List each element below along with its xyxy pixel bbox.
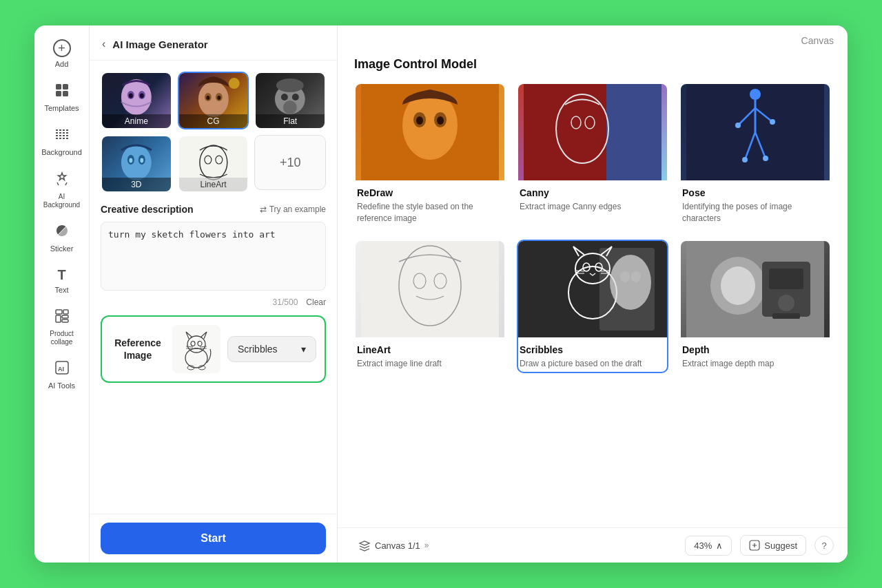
svg-point-21 [228, 78, 239, 89]
style-card-cg[interactable]: CG [178, 72, 249, 129]
sidebar-item-add[interactable]: + Add [39, 34, 85, 74]
right-top-bar: Canvas [338, 25, 848, 46]
redraw-name: ReDraw [357, 187, 503, 198]
model-card-scribbles[interactable]: Scribbles Draw a picture based on the dr… [517, 240, 668, 374]
clear-button[interactable]: Clear [306, 297, 326, 307]
layers-button[interactable]: Canvas 1/1 » [351, 535, 435, 556]
char-count: 31/500 [273, 297, 298, 307]
reference-image-label: Reference Image [114, 337, 161, 361]
svg-point-27 [121, 145, 152, 180]
svg-point-76 [631, 271, 641, 282]
svg-rect-8 [62, 319, 68, 322]
svg-text:AI: AI [58, 366, 64, 372]
sidebar-item-background[interactable]: Background [39, 121, 85, 162]
svg-point-31 [140, 158, 143, 163]
svg-point-33 [205, 156, 212, 164]
svg-point-63 [763, 156, 768, 161]
svg-point-55 [750, 89, 761, 100]
suggest-label: Suggest [764, 540, 797, 551]
svg-point-47 [437, 116, 444, 125]
suggest-button[interactable]: Suggest [740, 535, 806, 556]
svg-point-75 [620, 271, 630, 282]
start-button[interactable]: Start [101, 523, 326, 554]
product-collage-icon [54, 308, 70, 327]
style-card-3d[interactable]: 3D [101, 135, 172, 193]
style-card-more[interactable]: +10 [254, 135, 326, 190]
try-example-button[interactable]: ⇄ Try an example [260, 204, 326, 214]
panel-body: Anime CG Flat [90, 61, 337, 514]
try-example-label: Try an example [269, 204, 326, 214]
reference-row: Reference Image [110, 325, 316, 373]
model-grid: ReDraw Redefine the style based on the r… [354, 83, 831, 373]
style-card-anime-label: Anime [102, 114, 171, 128]
reference-label-block: Reference Image [110, 337, 165, 361]
templates-icon [54, 83, 70, 101]
panel-header: ‹ AI Image Generator [90, 25, 337, 61]
scribbles-info: Scribbles Draw a picture based on the dr… [518, 337, 667, 372]
svg-point-62 [742, 157, 748, 162]
style-card-flat-label: Flat [256, 114, 325, 128]
style-card-lineart[interactable]: LineArt [178, 135, 249, 193]
style-card-cg-label: CG [179, 114, 248, 128]
layers-icon [358, 539, 371, 552]
zoom-control[interactable]: 43% ∧ [685, 536, 732, 556]
svg-point-60 [735, 123, 741, 128]
svg-point-34 [215, 156, 222, 164]
svg-point-15 [140, 94, 144, 98]
svg-rect-2 [56, 91, 61, 96]
canvas-info-label: Canvas 1/1 [375, 540, 420, 551]
sidebar-item-ai-background[interactable]: AI Background [39, 166, 85, 215]
sidebar-item-ai-tools[interactable]: AI AI Tools [39, 355, 85, 396]
style-card-anime[interactable]: Anime [101, 72, 172, 129]
svg-rect-83 [772, 313, 800, 319]
scribbles-name: Scribbles [520, 344, 666, 355]
sidebar-item-product-collage-label: Product collage [43, 330, 81, 346]
zoom-label: 43% [694, 540, 712, 551]
model-card-depth[interactable]: Depth Extract image depth map [679, 240, 831, 374]
sidebar-item-sticker[interactable]: Sticker [39, 218, 85, 259]
model-card-canny[interactable]: Canny Extract image Canny edges [517, 83, 668, 229]
right-panel: Canvas Image Control Model ReDraw Redefi… [338, 25, 848, 563]
sidebar-item-add-label: Add [55, 60, 69, 69]
model-title: Image Control Model [354, 57, 831, 72]
middle-panel: ‹ AI Image Generator Anime CG [90, 25, 338, 563]
text-icon: T [57, 267, 65, 283]
lineart-image [356, 241, 504, 337]
sidebar-item-product-collage[interactable]: Product collage [39, 303, 85, 352]
sidebar-item-templates[interactable]: Templates [39, 77, 85, 118]
svg-rect-4 [56, 310, 62, 314]
canny-name: Canny [520, 187, 666, 198]
depth-info: Depth Extract image depth map [681, 337, 830, 372]
svg-point-16 [198, 81, 229, 117]
svg-rect-49 [606, 84, 662, 180]
svg-point-23 [281, 94, 288, 101]
lineart-info: LineArt Extract image line draft [356, 337, 504, 372]
svg-rect-81 [769, 269, 803, 289]
chevron-right-icon: » [424, 540, 429, 550]
textarea-footer: 31/500 Clear [101, 297, 326, 307]
creative-description-header: Creative description ⇄ Try an example [101, 204, 326, 215]
add-icon: + [53, 39, 71, 57]
chevron-up-icon: ∧ [716, 540, 723, 551]
style-card-lineart-label: LineArt [179, 178, 248, 191]
ai-tools-icon: AI [54, 360, 70, 379]
model-card-pose[interactable]: Pose Identifying the poses of image char… [679, 83, 831, 229]
model-card-lineart[interactable]: LineArt Extract image line draft [354, 240, 506, 374]
svg-point-30 [129, 158, 132, 163]
lineart-name: LineArt [357, 344, 503, 355]
scribbles-dropdown[interactable]: Scribbles ▾ [227, 336, 316, 362]
sidebar-item-text[interactable]: T Text [39, 262, 85, 300]
svg-point-19 [206, 96, 209, 100]
pose-image [681, 84, 830, 180]
sidebar-item-background-label: Background [41, 148, 82, 157]
model-card-redraw[interactable]: ReDraw Redefine the style based on the r… [354, 83, 506, 229]
help-button[interactable]: ? [814, 536, 834, 555]
model-panel: Image Control Model ReDraw Redefine the … [338, 46, 848, 527]
reference-image-box[interactable] [172, 325, 220, 373]
depth-desc: Extract image depth map [682, 358, 828, 370]
creative-description-textarea[interactable]: turn my sketch flowers into art [101, 222, 326, 291]
style-card-flat[interactable]: Flat [254, 72, 326, 129]
back-button[interactable]: ‹ [101, 36, 107, 52]
svg-point-32 [200, 145, 227, 180]
sidebar-item-ai-background-label: AI Background [43, 193, 81, 209]
